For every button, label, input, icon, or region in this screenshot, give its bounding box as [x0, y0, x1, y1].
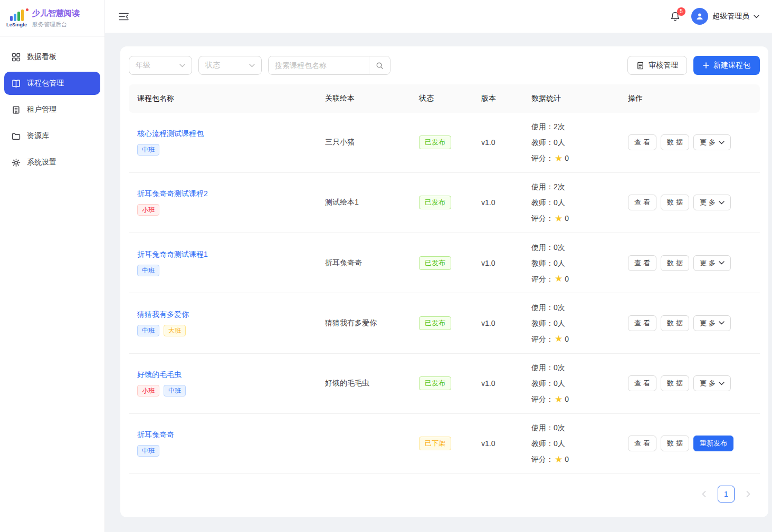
status-filter-select[interactable]: 状态 [198, 56, 262, 75]
review-button-label: 审核管理 [649, 61, 678, 70]
table-row: 折耳兔奇奇测试课程1 中班 折耳兔奇奇 已发布 v1.0 使用：0次 教师：0人… [129, 233, 760, 293]
rating-value: 0 [565, 451, 569, 467]
more-button[interactable]: 更多 [693, 195, 731, 210]
search-box [268, 56, 390, 75]
data-button[interactable]: 数据 [661, 315, 689, 331]
chevron-down-icon [719, 201, 725, 205]
table-row: 核心流程测试课程包 中班 三只小猪 已发布 v1.0 使用：2次 教师：0人 评… [129, 113, 760, 173]
main-column: 5 超级管理员 年级 [105, 0, 772, 532]
chevron-down-icon [249, 64, 255, 67]
menu-fold-icon[interactable] [119, 13, 129, 21]
data-button[interactable]: 数据 [661, 255, 689, 271]
more-button[interactable]: 更多 [693, 255, 731, 271]
linked-book: 猜猜我有多爱你 [317, 318, 411, 328]
stat-teachers: 教师：0人 [531, 134, 619, 150]
course-package-link[interactable]: 猜猜我有多爱你 [137, 310, 189, 320]
republish-button[interactable]: 重新发布 [693, 436, 733, 451]
rating-label: 评分： [531, 271, 554, 287]
grade-tag: 中班 [164, 385, 186, 396]
filter-bar: 年级 状态 [129, 56, 760, 84]
linked-book: 三只小猪 [317, 138, 411, 147]
chevron-down-icon [719, 261, 725, 265]
audit-icon [636, 62, 644, 70]
chevron-down-icon [719, 382, 725, 385]
stat-usage: 使用：0次 [531, 239, 619, 255]
stat-teachers: 教师：0人 [531, 255, 619, 271]
view-button[interactable]: 查看 [628, 436, 656, 451]
version: v1.0 [473, 198, 523, 207]
data-button[interactable]: 数据 [661, 134, 689, 150]
next-page-icon[interactable] [740, 486, 757, 502]
star-icon [555, 214, 563, 223]
gear-icon [12, 158, 21, 167]
grade-filter-placeholder: 年级 [136, 61, 150, 70]
rating-label: 评分： [531, 210, 554, 226]
course-package-link[interactable]: 折耳兔奇奇测试课程2 [137, 189, 208, 199]
brand-logo: LeSingle [6, 9, 27, 27]
grade-filter-select[interactable]: 年级 [129, 56, 192, 75]
rating-label: 评分： [531, 150, 554, 166]
version: v1.0 [473, 259, 523, 267]
status-filter-placeholder: 状态 [205, 61, 220, 70]
course-package-link[interactable]: 好饿的毛毛虫 [137, 370, 182, 380]
status-badge: 已发布 [419, 376, 451, 390]
status-badge: 已发布 [419, 256, 451, 270]
prev-page-icon[interactable] [695, 486, 712, 502]
stats-cell: 使用：0次 教师：0人 评分：0 [523, 420, 619, 467]
chevron-down-icon [754, 15, 759, 18]
page-number-button[interactable]: 1 [718, 486, 735, 502]
stat-rating: 评分：0 [531, 271, 619, 287]
notifications-bell-icon[interactable]: 5 [670, 11, 681, 22]
course-package-link[interactable]: 折耳兔奇奇测试课程1 [137, 250, 208, 259]
topbar-right: 5 超级管理员 [670, 8, 759, 25]
view-button[interactable]: 查看 [628, 315, 656, 331]
grade-tag: 小班 [137, 385, 159, 396]
data-button[interactable]: 数据 [661, 195, 689, 210]
col-actions: 操作 [619, 94, 760, 103]
col-stats: 数据统计 [523, 94, 619, 103]
search-input[interactable] [269, 56, 369, 74]
version: v1.0 [473, 439, 523, 448]
stats-cell: 使用：0次 教师：0人 评分：0 [523, 299, 619, 347]
sidebar-item-tenants[interactable]: 租户管理 [4, 98, 100, 121]
user-icon [695, 12, 704, 21]
course-package-link[interactable]: 折耳兔奇奇 [137, 430, 174, 440]
data-button[interactable]: 数据 [661, 375, 689, 391]
chevron-down-icon [179, 64, 185, 67]
sidebar-item-resources[interactable]: 资源库 [4, 124, 100, 148]
view-button[interactable]: 查看 [628, 375, 656, 391]
sidebar-item-label: 系统设置 [27, 158, 56, 167]
more-button[interactable]: 更多 [693, 134, 731, 150]
star-icon [555, 334, 563, 343]
topbar: 5 超级管理员 [105, 0, 772, 33]
rating-value: 0 [565, 391, 569, 407]
sidebar-item-settings[interactable]: 系统设置 [4, 151, 100, 174]
rating-label: 评分： [531, 391, 554, 407]
view-button[interactable]: 查看 [628, 255, 656, 271]
stat-usage: 使用：2次 [531, 119, 619, 134]
review-management-button[interactable]: 审核管理 [627, 56, 687, 75]
create-course-package-button[interactable]: 新建课程包 [693, 56, 760, 75]
view-button[interactable]: 查看 [628, 195, 656, 210]
linked-book: 测试绘本1 [317, 198, 411, 207]
star-icon [555, 455, 563, 464]
pagination: 1 [129, 474, 760, 502]
logo-dot [26, 8, 28, 11]
stat-rating: 评分：0 [531, 451, 619, 467]
sidebar-item-dashboard[interactable]: 数据看板 [4, 45, 100, 69]
data-button[interactable]: 数据 [661, 436, 689, 451]
more-button[interactable]: 更多 [693, 315, 731, 331]
linked-book: 折耳兔奇奇 [317, 258, 411, 268]
app-subtitle: 服务管理后台 [32, 21, 80, 28]
search-icon[interactable] [369, 56, 390, 74]
more-button[interactable]: 更多 [693, 375, 731, 391]
view-button[interactable]: 查看 [628, 134, 656, 150]
version: v1.0 [473, 379, 523, 388]
book-icon [12, 79, 21, 88]
course-package-link[interactable]: 核心流程测试课程包 [137, 129, 204, 139]
user-menu[interactable]: 超级管理员 [691, 8, 759, 25]
status-badge: 已下架 [419, 437, 451, 450]
sidebar-item-course-packages[interactable]: 课程包管理 [4, 72, 100, 95]
logo-bars-icon [10, 9, 24, 21]
brand-text: 少儿智慧阅读 服务管理后台 [32, 8, 80, 28]
